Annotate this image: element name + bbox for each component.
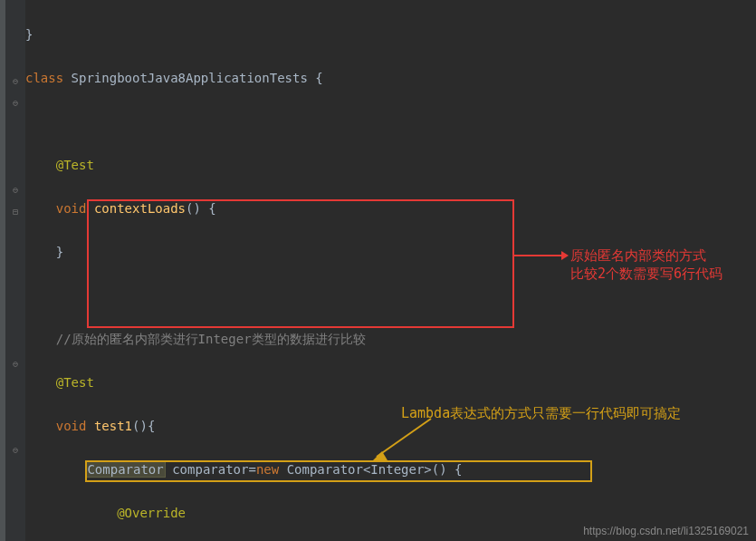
brace: }	[25, 27, 33, 42]
fold-icon[interactable]: ⊟	[13, 208, 22, 217]
fold-icon[interactable]: ⊖	[13, 77, 22, 86]
fold-icon[interactable]: ⊖	[13, 99, 22, 108]
fold-icon[interactable]: ⊖	[13, 360, 22, 369]
comment: //原始的匿名内部类进行Integer类型的数据进行比较	[56, 332, 366, 346]
fold-icon[interactable]: ⊖	[13, 186, 22, 195]
watermark: https://blog.csdn.net/li1325169021	[583, 525, 749, 537]
fold-icon[interactable]: ⊖	[13, 446, 22, 455]
code-content[interactable]: } class SpringbootJava8ApplicationTests …	[25, 0, 756, 541]
annotation-test: @Test	[56, 375, 94, 390]
annotation-test: @Test	[56, 158, 94, 172]
annotation-yellow: Lambda表达式的方式只需要一行代码即可搞定	[401, 404, 681, 422]
method-name: contextLoads	[94, 201, 186, 216]
annotation-red: 原始匿名内部类的方式 比较2个数需要写6行代码	[570, 246, 756, 283]
gutter: ⊖ ⊖ ⊖ ⊟ ⊖ ⊖	[0, 0, 25, 541]
code-editor: ⊖ ⊖ ⊖ ⊟ ⊖ ⊖ } class SpringbootJava8Appli…	[0, 0, 756, 541]
method-name: test1	[94, 419, 132, 433]
